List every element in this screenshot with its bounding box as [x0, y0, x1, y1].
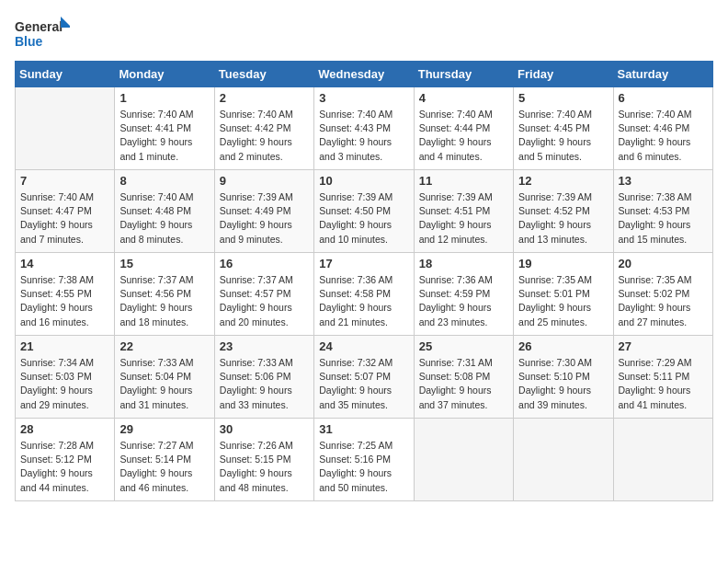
calendar-cell: 27Sunrise: 7:29 AM Sunset: 5:11 PM Dayli…: [613, 336, 712, 419]
calendar-header-row: SundayMondayTuesdayWednesdayThursdayFrid…: [16, 62, 713, 87]
calendar-cell: 9Sunrise: 7:39 AM Sunset: 4:49 PM Daylig…: [214, 170, 313, 253]
svg-marker-2: [61, 17, 70, 28]
day-number: 2: [220, 91, 309, 105]
header-sunday: Sunday: [16, 62, 115, 87]
day-number: 19: [518, 257, 608, 270]
day-number: 15: [119, 257, 209, 270]
calendar-cell: 2Sunrise: 7:40 AM Sunset: 4:42 PM Daylig…: [214, 87, 313, 170]
calendar-cell: 1Sunrise: 7:40 AM Sunset: 4:41 PM Daylig…: [115, 87, 214, 170]
cell-info: Sunrise: 7:33 AM Sunset: 5:04 PM Dayligh…: [119, 356, 209, 412]
cell-info: Sunrise: 7:29 AM Sunset: 5:11 PM Dayligh…: [619, 356, 708, 412]
logo: General Blue: [15, 15, 70, 53]
calendar-cell: 5Sunrise: 7:40 AM Sunset: 4:45 PM Daylig…: [514, 87, 613, 170]
calendar-cell: 7Sunrise: 7:40 AM Sunset: 4:47 PM Daylig…: [16, 170, 115, 253]
day-number: 11: [419, 174, 508, 188]
calendar-cell: 19Sunrise: 7:35 AM Sunset: 5:01 PM Dayli…: [514, 253, 613, 336]
cell-info: Sunrise: 7:40 AM Sunset: 4:41 PM Dayligh…: [119, 108, 209, 164]
header-thursday: Thursday: [414, 62, 513, 87]
page-header: General Blue: [15, 15, 713, 53]
calendar-cell: 10Sunrise: 7:39 AM Sunset: 4:50 PM Dayli…: [314, 170, 414, 253]
calendar-cell: 30Sunrise: 7:26 AM Sunset: 5:15 PM Dayli…: [214, 419, 313, 501]
calendar-cell: 17Sunrise: 7:36 AM Sunset: 4:58 PM Dayli…: [314, 253, 414, 336]
calendar-cell: [613, 419, 712, 501]
calendar-cell: 8Sunrise: 7:40 AM Sunset: 4:48 PM Daylig…: [115, 170, 214, 253]
cell-info: Sunrise: 7:30 AM Sunset: 5:10 PM Dayligh…: [518, 356, 608, 412]
day-number: 23: [220, 339, 309, 353]
cell-info: Sunrise: 7:33 AM Sunset: 5:06 PM Dayligh…: [220, 356, 309, 412]
day-number: 31: [319, 422, 408, 436]
day-number: 12: [518, 174, 608, 188]
day-number: 17: [319, 257, 408, 270]
calendar-cell: 26Sunrise: 7:30 AM Sunset: 5:10 PM Dayli…: [514, 336, 613, 419]
calendar-cell: [514, 419, 613, 501]
calendar-week-5: 28Sunrise: 7:28 AM Sunset: 5:12 PM Dayli…: [16, 419, 713, 501]
cell-info: Sunrise: 7:35 AM Sunset: 5:02 PM Dayligh…: [619, 273, 708, 329]
cell-info: Sunrise: 7:31 AM Sunset: 5:08 PM Dayligh…: [419, 356, 508, 412]
day-number: 20: [619, 257, 708, 270]
day-number: 22: [119, 339, 209, 353]
cell-info: Sunrise: 7:35 AM Sunset: 5:01 PM Dayligh…: [518, 273, 608, 329]
cell-info: Sunrise: 7:40 AM Sunset: 4:47 PM Dayligh…: [20, 190, 109, 247]
day-number: 1: [119, 91, 209, 105]
day-number: 5: [518, 91, 608, 105]
day-number: 27: [619, 339, 708, 353]
day-number: 13: [619, 174, 708, 188]
calendar-cell: [16, 87, 115, 170]
cell-info: Sunrise: 7:25 AM Sunset: 5:16 PM Dayligh…: [319, 439, 408, 495]
day-number: 9: [220, 174, 309, 188]
header-friday: Friday: [514, 62, 613, 87]
cell-info: Sunrise: 7:39 AM Sunset: 4:49 PM Dayligh…: [220, 190, 309, 247]
calendar-week-4: 21Sunrise: 7:34 AM Sunset: 5:03 PM Dayli…: [16, 336, 713, 419]
cell-info: Sunrise: 7:36 AM Sunset: 4:58 PM Dayligh…: [319, 273, 408, 329]
day-number: 8: [119, 174, 209, 188]
day-number: 28: [20, 422, 109, 436]
cell-info: Sunrise: 7:40 AM Sunset: 4:42 PM Dayligh…: [220, 108, 309, 164]
header-monday: Monday: [115, 62, 214, 87]
calendar-cell: [414, 419, 513, 501]
calendar-cell: 20Sunrise: 7:35 AM Sunset: 5:02 PM Dayli…: [613, 253, 712, 336]
calendar-week-2: 7Sunrise: 7:40 AM Sunset: 4:47 PM Daylig…: [16, 170, 713, 253]
cell-info: Sunrise: 7:40 AM Sunset: 4:44 PM Dayligh…: [419, 108, 508, 164]
day-number: 16: [220, 257, 309, 270]
cell-info: Sunrise: 7:40 AM Sunset: 4:46 PM Dayligh…: [619, 108, 708, 164]
cell-info: Sunrise: 7:34 AM Sunset: 5:03 PM Dayligh…: [20, 356, 109, 412]
calendar-cell: 4Sunrise: 7:40 AM Sunset: 4:44 PM Daylig…: [414, 87, 513, 170]
cell-info: Sunrise: 7:28 AM Sunset: 5:12 PM Dayligh…: [20, 439, 109, 495]
calendar-table: SundayMondayTuesdayWednesdayThursdayFrid…: [15, 61, 713, 501]
calendar-cell: 3Sunrise: 7:40 AM Sunset: 4:43 PM Daylig…: [314, 87, 414, 170]
calendar-cell: 28Sunrise: 7:28 AM Sunset: 5:12 PM Dayli…: [16, 419, 115, 501]
cell-info: Sunrise: 7:39 AM Sunset: 4:50 PM Dayligh…: [319, 190, 408, 247]
header-saturday: Saturday: [613, 62, 712, 87]
day-number: 3: [319, 91, 408, 105]
cell-info: Sunrise: 7:37 AM Sunset: 4:56 PM Dayligh…: [119, 273, 209, 329]
cell-info: Sunrise: 7:39 AM Sunset: 4:51 PM Dayligh…: [419, 190, 508, 247]
cell-info: Sunrise: 7:38 AM Sunset: 4:53 PM Dayligh…: [619, 190, 708, 247]
day-number: 6: [619, 91, 708, 105]
calendar-cell: 6Sunrise: 7:40 AM Sunset: 4:46 PM Daylig…: [613, 87, 712, 170]
calendar-cell: 15Sunrise: 7:37 AM Sunset: 4:56 PM Dayli…: [115, 253, 214, 336]
header-tuesday: Tuesday: [214, 62, 313, 87]
calendar-cell: 31Sunrise: 7:25 AM Sunset: 5:16 PM Dayli…: [314, 419, 414, 501]
day-number: 29: [119, 422, 209, 436]
calendar-cell: 21Sunrise: 7:34 AM Sunset: 5:03 PM Dayli…: [16, 336, 115, 419]
calendar-week-1: 1Sunrise: 7:40 AM Sunset: 4:41 PM Daylig…: [16, 87, 713, 170]
calendar-cell: 14Sunrise: 7:38 AM Sunset: 4:55 PM Dayli…: [16, 253, 115, 336]
cell-info: Sunrise: 7:36 AM Sunset: 4:59 PM Dayligh…: [419, 273, 508, 329]
day-number: 14: [20, 257, 109, 270]
logo-svg: General Blue: [15, 15, 70, 53]
calendar-cell: 25Sunrise: 7:31 AM Sunset: 5:08 PM Dayli…: [414, 336, 513, 419]
cell-info: Sunrise: 7:26 AM Sunset: 5:15 PM Dayligh…: [220, 439, 309, 495]
calendar-cell: 18Sunrise: 7:36 AM Sunset: 4:59 PM Dayli…: [414, 253, 513, 336]
calendar-cell: 16Sunrise: 7:37 AM Sunset: 4:57 PM Dayli…: [214, 253, 313, 336]
day-number: 18: [419, 257, 508, 270]
day-number: 24: [319, 339, 408, 353]
cell-info: Sunrise: 7:27 AM Sunset: 5:14 PM Dayligh…: [119, 439, 209, 495]
day-number: 25: [419, 339, 508, 353]
cell-info: Sunrise: 7:40 AM Sunset: 4:48 PM Dayligh…: [119, 190, 209, 247]
calendar-cell: 22Sunrise: 7:33 AM Sunset: 5:04 PM Dayli…: [115, 336, 214, 419]
cell-info: Sunrise: 7:37 AM Sunset: 4:57 PM Dayligh…: [220, 273, 309, 329]
day-number: 7: [20, 174, 109, 188]
day-number: 21: [20, 339, 109, 353]
svg-text:General: General: [15, 19, 63, 34]
day-number: 4: [419, 91, 508, 105]
